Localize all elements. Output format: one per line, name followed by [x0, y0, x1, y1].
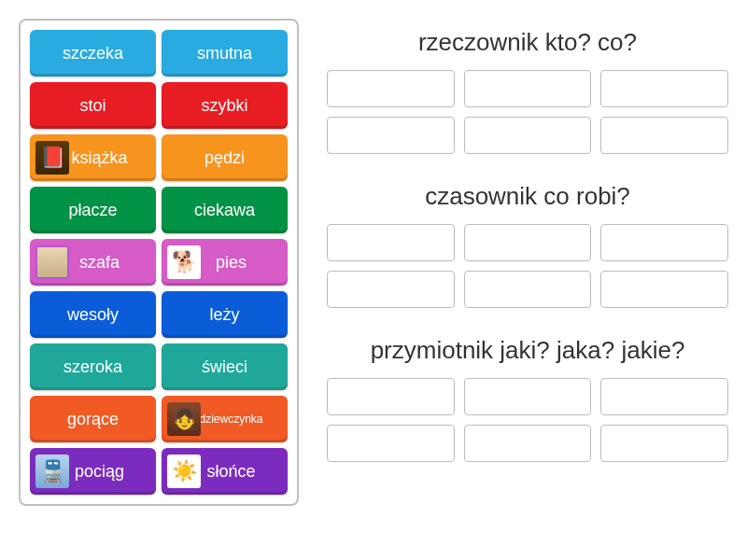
drop-slot[interactable] — [600, 224, 728, 261]
tile-label: leży — [209, 305, 239, 325]
tile-płacze[interactable]: płacze — [30, 187, 156, 233]
train-icon: 🚆 — [35, 455, 69, 488]
tile-label: dziewczynka — [199, 413, 262, 426]
sun-icon: ☀️ — [167, 455, 201, 488]
tile-label: szczeka — [63, 44, 123, 63]
tile-label: pociąg — [75, 462, 124, 482]
category-title: rzeczownik kto? co? — [327, 28, 728, 57]
tile-szybki[interactable]: szybki — [162, 82, 288, 129]
drop-slot[interactable] — [464, 425, 592, 462]
tile-label: ciekawa — [194, 201, 255, 220]
tile-label: pies — [216, 253, 247, 273]
drop-slot[interactable] — [327, 271, 455, 308]
tile-label: wesoły — [67, 305, 119, 325]
tile-pociąg[interactable]: 🚆pociąg — [30, 448, 156, 495]
tile-label: świeci — [202, 357, 247, 377]
drop-slot[interactable] — [327, 224, 455, 261]
drop-slot[interactable] — [600, 378, 728, 415]
dog-icon: 🐕 — [167, 245, 201, 279]
tile-gorące[interactable]: gorące — [30, 396, 156, 442]
drop-slot[interactable] — [464, 378, 592, 415]
category-2: przymiotnik jaki? jaka? jakie? — [327, 336, 728, 462]
tile-pędzi[interactable]: pędzi — [162, 134, 288, 181]
category-0: rzeczownik kto? co? — [327, 28, 728, 154]
tile-label: książka — [71, 148, 127, 168]
tile-szafa[interactable]: szafa — [30, 239, 156, 286]
tile-wesoły[interactable]: wesoły — [30, 291, 156, 338]
drop-slot[interactable] — [464, 224, 592, 261]
tile-label: płacze — [68, 201, 117, 220]
tile-stoi[interactable]: stoi — [30, 82, 156, 129]
drop-slot[interactable] — [327, 117, 455, 154]
drop-slot[interactable] — [600, 425, 728, 462]
category-slots — [327, 224, 728, 308]
tile-leży[interactable]: leży — [162, 291, 288, 338]
category-slots — [327, 378, 728, 462]
drop-slot[interactable] — [600, 70, 728, 107]
drop-slot[interactable] — [600, 117, 728, 154]
drop-slot[interactable] — [464, 271, 592, 308]
category-1: czasownik co robi? — [327, 182, 728, 308]
tiles-panel: szczekasmutnastoiszybki📕książkapędzipłac… — [19, 19, 299, 506]
tile-ciekawa[interactable]: ciekawa — [162, 187, 288, 233]
book-icon: 📕 — [35, 141, 69, 175]
wardrobe-icon — [35, 245, 69, 279]
tile-label: stoi — [79, 96, 106, 116]
drop-slot[interactable] — [464, 117, 592, 154]
tile-szeroka[interactable]: szeroka — [30, 343, 156, 390]
tile-label: szeroka — [63, 357, 122, 377]
tile-szczeka[interactable]: szczeka — [30, 30, 156, 77]
category-slots — [327, 70, 728, 154]
tile-dziewczynka[interactable]: 👧dziewczynka — [162, 396, 288, 442]
tile-książka[interactable]: 📕książka — [30, 134, 156, 181]
tile-smutna[interactable]: smutna — [162, 30, 288, 77]
category-title: przymiotnik jaki? jaka? jakie? — [327, 336, 728, 365]
drop-slot[interactable] — [600, 271, 728, 308]
drop-slot[interactable] — [327, 425, 455, 462]
tile-label: słońce — [206, 462, 255, 482]
tile-label: smutna — [197, 44, 252, 63]
tile-słońce[interactable]: ☀️słońce — [162, 448, 288, 495]
tile-pies[interactable]: 🐕pies — [162, 239, 288, 286]
category-title: czasownik co robi? — [327, 182, 728, 211]
girl-icon: 👧 — [167, 402, 201, 436]
drop-slot[interactable] — [464, 70, 592, 107]
tile-świeci[interactable]: świeci — [162, 343, 288, 390]
drop-slot[interactable] — [327, 70, 455, 107]
tile-label: szafa — [79, 253, 120, 273]
tile-label: pędzi — [204, 148, 245, 168]
drop-slot[interactable] — [327, 378, 455, 415]
tile-label: szybki — [201, 96, 247, 116]
tile-label: gorące — [67, 410, 119, 429]
